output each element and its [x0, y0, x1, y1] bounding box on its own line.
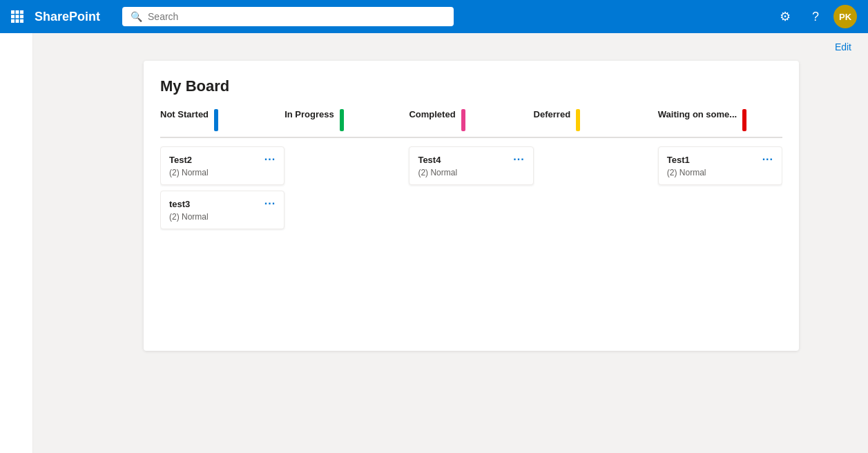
- column-label-waiting: Waiting on some...: [658, 109, 737, 122]
- column-indicator-deferred: [576, 109, 580, 131]
- column-deferred: Deferred: [534, 109, 658, 235]
- column-header-completed: Completed: [409, 109, 533, 138]
- settings-icon[interactable]: ⚙: [773, 4, 798, 29]
- column-indicator-in-progress: [340, 109, 344, 131]
- svg-rect-5: [20, 15, 23, 19]
- column-waiting: Waiting on some...Test1···(2) Normal: [658, 109, 782, 235]
- card-header: Test2···: [169, 154, 276, 165]
- svg-rect-4: [16, 15, 19, 19]
- column-indicator-waiting: [742, 109, 746, 131]
- card-menu-button[interactable]: ···: [762, 154, 773, 165]
- column-label-deferred: Deferred: [534, 109, 570, 122]
- svg-rect-2: [20, 10, 23, 14]
- board-title: My Board: [160, 77, 782, 95]
- column-header-deferred: Deferred: [534, 109, 658, 138]
- task-card[interactable]: test3···(2) Normal: [160, 191, 284, 229]
- board-container: My Board Not StartedTest2···(2) Normalte…: [144, 61, 799, 351]
- card-title: Test1: [667, 155, 690, 165]
- task-card[interactable]: Test2···(2) Normal: [160, 146, 284, 185]
- avatar[interactable]: PK: [833, 5, 857, 28]
- column-indicator-not-started: [214, 109, 218, 131]
- card-header: test3···: [169, 198, 276, 209]
- column-label-completed: Completed: [409, 109, 455, 122]
- svg-rect-8: [20, 19, 23, 23]
- help-icon[interactable]: ?: [803, 4, 828, 29]
- svg-rect-0: [11, 10, 15, 14]
- app-logo[interactable]: SharePoint: [35, 10, 100, 24]
- card-meta: (2) Normal: [169, 168, 276, 177]
- column-header-waiting: Waiting on some...: [658, 109, 782, 138]
- card-title: test3: [169, 199, 190, 209]
- card-meta: (2) Normal: [418, 168, 524, 177]
- main-content: Edit My Board Not StartedTest2···(2) Nor…: [33, 33, 868, 453]
- card-menu-button[interactable]: ···: [264, 154, 276, 165]
- column-indicator-completed: [461, 109, 465, 131]
- svg-rect-1: [16, 10, 19, 14]
- card-header: Test1···: [667, 154, 773, 165]
- search-box[interactable]: 🔍: [122, 7, 454, 26]
- waffle-icon[interactable]: [11, 10, 23, 23]
- svg-rect-3: [11, 15, 15, 19]
- column-in-progress: In Progress: [284, 109, 409, 235]
- left-sidebar: [0, 33, 33, 453]
- svg-rect-6: [11, 19, 15, 23]
- task-card[interactable]: Test1···(2) Normal: [658, 146, 782, 185]
- top-navigation: SharePoint 🔍 ⚙ ? PK: [0, 0, 868, 33]
- column-completed: CompletedTest4···(2) Normal: [409, 109, 533, 235]
- card-menu-button[interactable]: ···: [264, 198, 276, 209]
- search-input[interactable]: [148, 11, 445, 22]
- card-meta: (2) Normal: [667, 168, 773, 177]
- search-icon: 🔍: [131, 11, 142, 22]
- column-not-started: Not StartedTest2···(2) Normaltest3···(2)…: [160, 109, 284, 235]
- task-card[interactable]: Test4···(2) Normal: [409, 146, 533, 185]
- svg-rect-7: [16, 19, 19, 23]
- column-header-in-progress: In Progress: [284, 109, 409, 138]
- card-header: Test4···: [418, 154, 524, 165]
- card-meta: (2) Normal: [169, 212, 276, 222]
- card-title: Test4: [418, 155, 441, 165]
- card-menu-button[interactable]: ···: [513, 154, 524, 165]
- board-columns: Not StartedTest2···(2) Normaltest3···(2)…: [160, 109, 782, 235]
- card-title: Test2: [169, 155, 192, 165]
- edit-button[interactable]: Edit: [835, 41, 851, 52]
- column-label-in-progress: In Progress: [284, 109, 334, 122]
- nav-right-actions: ⚙ ? PK: [773, 4, 857, 29]
- column-header-not-started: Not Started: [160, 109, 284, 138]
- column-label-not-started: Not Started: [160, 109, 209, 122]
